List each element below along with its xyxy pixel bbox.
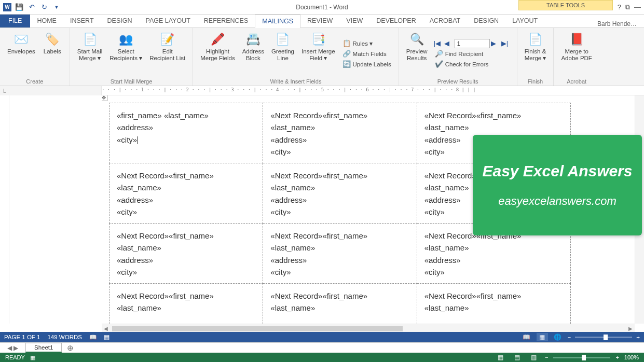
preview-results-button[interactable]: 🔍Preview Results [403,30,431,77]
label-cell[interactable]: «Next Record»«first_name»«last_name»«add… [263,103,417,163]
merge-to-pdf-button[interactable]: 📕Merge to Adobe PDF [558,30,595,77]
sheet-next-icon[interactable]: ▶ [13,344,18,352]
label-cell[interactable]: «Next Record»«first_name»«last_name» [109,284,263,324]
scroll-left-icon[interactable]: ◀ [102,326,110,331]
web-layout-icon[interactable]: 🌐 [552,333,564,341]
insert-merge-field-button[interactable]: 📑Insert Merge Field ▾ [298,30,338,77]
first-record-icon[interactable]: |◀ [434,39,443,48]
rules-icon: 📋 [342,39,351,48]
vertical-ruler[interactable] [0,95,9,324]
watermark-title: Easy Excel Answers [482,162,632,180]
ribbon-display-icon[interactable]: ⧉ [625,3,630,11]
excel-zoom-in-icon[interactable]: + [615,354,619,360]
excel-normal-view-icon[interactable]: ▦ [495,353,506,361]
start-mail-merge-button[interactable]: 📄Start Mail Merge ▾ [74,30,106,77]
read-mode-icon[interactable]: 📖 [521,333,532,341]
preview-small: |◀ ◀ ▶ ▶| 🔎Find Recipient ✔️Check for Er… [432,30,513,77]
new-sheet-icon[interactable]: ⊕ [62,343,79,353]
recipients-icon: 👥 [118,31,134,48]
print-layout-icon[interactable]: ▦ [537,333,548,341]
zoom-out-icon[interactable]: − [568,334,571,340]
tab-acrobat[interactable]: ACROBAT [423,14,468,27]
ruler-corner: L [0,86,102,95]
qat-customize-icon[interactable]: ▼ [52,3,61,12]
group-acrobat: 📕Merge to Adobe PDF Acrobat [554,28,599,86]
label-cell[interactable]: «Next Record»«first_name»«last_name»«add… [109,163,263,224]
ruler-area: L · · · | · · · 1 · · · | · · · 2 · · · … [0,86,644,95]
word-count[interactable]: 149 WORDS [47,334,81,340]
record-number-input[interactable] [455,39,490,48]
tab-view[interactable]: VIEW [339,14,369,27]
group-label-finish: Finish [522,78,550,85]
group-preview-results: 🔍Preview Results |◀ ◀ ▶ ▶| 🔎Find Recipie… [399,28,517,86]
excel-page-layout-icon[interactable]: ▤ [512,353,523,361]
label-cell[interactable]: «Next Record»«first_name»«last_name»«add… [263,224,417,284]
page-indicator[interactable]: PAGE 1 OF 1 [4,334,40,340]
select-recipients-button[interactable]: 👥Select Recipients ▾ [106,30,145,77]
prev-record-icon[interactable]: ◀ [444,39,454,48]
update-labels-button[interactable]: 🔄Update Labels [341,60,392,69]
zoom-slider[interactable] [575,337,632,338]
tab-table-layout[interactable]: LAYOUT [505,14,544,27]
match-fields-button[interactable]: 🔗Match Fields [341,49,392,59]
tab-page-layout[interactable]: PAGE LAYOUT [139,14,197,27]
tab-file[interactable]: FILE [0,14,30,27]
next-record-icon[interactable]: ▶ [491,39,500,48]
sheet-tab-sheet1[interactable]: Sheet1 [25,343,62,353]
minimize-icon[interactable]: — [634,3,641,11]
redo-icon[interactable]: ↻ [39,3,49,12]
label-cell[interactable]: «Next Record»«first_name»«last_name»«add… [263,163,417,224]
scroll-right-icon[interactable]: ▶ [626,326,635,331]
tab-developer[interactable]: DEVELOPER [369,14,422,27]
envelopes-button[interactable]: ✉️Envelopes [4,30,38,77]
excel-zoom-level[interactable]: 100% [624,354,639,360]
spellcheck-icon[interactable]: 📖 [89,333,97,341]
group-label-acrobat: Acrobat [558,78,595,85]
tab-insert[interactable]: INSERT [63,14,101,27]
zoom-in-icon[interactable]: + [636,334,640,340]
zoom-knob[interactable] [604,335,608,340]
tab-mailings[interactable]: MAILINGS [255,15,300,28]
macro-icon[interactable]: ▦ [104,333,109,341]
excel-macro-icon[interactable]: ▦ [30,354,35,361]
envelope-icon: ✉️ [13,31,30,48]
undo-icon[interactable]: ↶ [27,3,36,12]
greeting-icon: 📄 [275,31,291,48]
scroll-thumb[interactable] [112,326,403,331]
horizontal-ruler[interactable]: · · · | · · · 1 · · · | · · · 2 · · · | … [102,86,644,95]
excel-zoom-knob[interactable] [582,355,586,360]
table-move-handle-icon[interactable]: ✥ [102,95,107,101]
check-icon: ✔️ [435,60,443,68]
label-cell[interactable]: «first_name» «last_name»«address»«city» [109,103,263,163]
word-status-bar: PAGE 1 OF 1 149 WORDS 📖 ▦ 📖 ▦ 🌐 − + [0,332,644,342]
tab-review[interactable]: REVIEW [300,14,339,27]
excel-zoom-slider[interactable] [553,357,610,358]
tab-references[interactable]: REFERENCES [197,14,255,27]
highlight-merge-fields-button[interactable]: 🖍️Highlight Merge Fields [197,30,238,77]
group-write-insert: 🖍️Highlight Merge Fields 📇Address Block … [193,28,399,86]
group-label-write: Write & Insert Fields [197,78,394,85]
excel-zoom-out-icon[interactable]: − [545,354,548,360]
address-block-button[interactable]: 📇Address Block [239,30,267,77]
last-record-icon[interactable]: ▶| [501,39,511,48]
group-finish: 📄Finish & Merge ▾ Finish [517,28,554,86]
save-icon[interactable]: 💾 [15,3,24,12]
greeting-line-button[interactable]: 📄Greeting Line [268,30,297,77]
labels-button[interactable]: 🏷️Labels [39,30,65,77]
check-for-errors-button[interactable]: ✔️Check for Errors [434,60,511,69]
tab-home[interactable]: HOME [30,14,63,27]
label-cell[interactable]: «Next Record»«first_name»«last_name» [263,284,417,324]
group-label-create: Create [4,78,65,85]
edit-recipient-list-button[interactable]: 📝Edit Recipient List [146,30,188,77]
find-recipient-button[interactable]: 🔎Find Recipient [434,49,511,59]
sheet-prev-icon[interactable]: ◀ [7,344,12,352]
tab-table-design[interactable]: DESIGN [467,14,505,27]
label-cell[interactable]: «Next Record»«first_name»«last_name»«add… [109,224,263,284]
tab-design[interactable]: DESIGN [101,14,139,27]
finish-merge-button[interactable]: 📄Finish & Merge ▾ [522,30,550,77]
rules-button[interactable]: 📋Rules ▾ [341,39,392,48]
label-cell[interactable]: «Next Record»«first_name»«last_name» [417,284,570,324]
signed-in-user[interactable]: Barb Hende… [590,20,644,27]
help-icon[interactable]: ? [618,3,621,11]
excel-page-break-icon[interactable]: ▥ [528,353,540,361]
